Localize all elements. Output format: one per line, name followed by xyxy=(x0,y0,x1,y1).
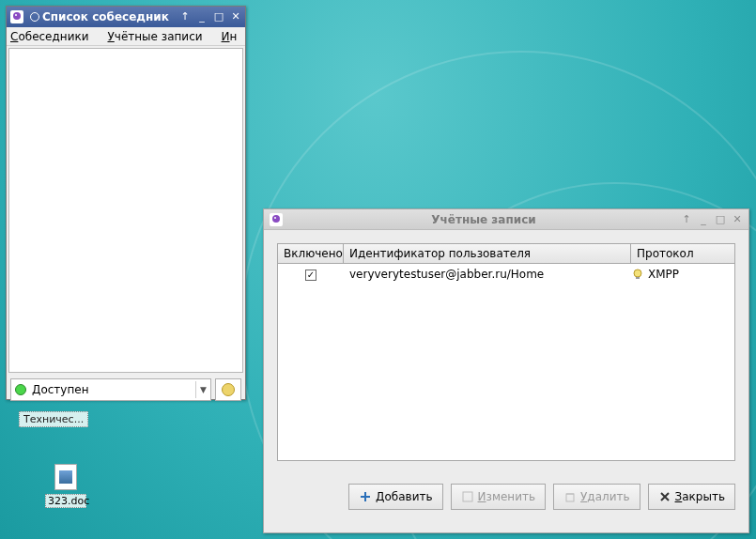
close-dialog-button[interactable]: Закрыть xyxy=(648,484,735,510)
svg-rect-7 xyxy=(566,494,574,501)
accounts-titlebar[interactable]: Учётные записи ↑ _ □ ✕ xyxy=(264,209,748,230)
buddy-menubar: Собеседники Учётные записи Ино xyxy=(7,27,245,46)
accounts-table: Включено Идентификатор пользователя Прот… xyxy=(277,243,735,461)
window-menu-icon[interactable] xyxy=(30,12,39,22)
minimize-button[interactable]: _ xyxy=(196,11,208,23)
file-name: 323.doc xyxy=(45,494,86,508)
edit-icon xyxy=(461,490,474,503)
chevron-down-icon: ▼ xyxy=(200,385,207,394)
pidgin-icon xyxy=(10,10,23,23)
menu-tools[interactable]: Ино xyxy=(222,30,245,43)
col-enabled[interactable]: Включено xyxy=(278,244,344,263)
accounts-title: Учётные записи xyxy=(286,213,681,226)
svg-rect-5 xyxy=(636,277,640,279)
accounts-window: Учётные записи ↑ _ □ ✕ Включено Идентифи… xyxy=(263,208,749,533)
status-bar: Доступен ▼ xyxy=(7,375,245,405)
shade-button[interactable]: ↑ xyxy=(179,11,191,23)
close-button[interactable]: ✕ xyxy=(732,214,743,225)
pidgin-icon xyxy=(270,213,283,226)
close-icon xyxy=(658,490,671,503)
desktop-label[interactable]: Техничес... xyxy=(19,411,88,427)
delete-button: Удалить xyxy=(553,484,640,510)
cell-userid: veryverytestuser@jabber.ru/Home xyxy=(344,268,631,281)
enabled-checkbox[interactable]: ✓ xyxy=(305,270,316,281)
buddy-list-area[interactable] xyxy=(8,48,243,373)
document-icon xyxy=(54,464,77,490)
svg-point-3 xyxy=(274,217,276,219)
desktop-file[interactable]: 323.doc xyxy=(45,464,86,508)
cell-protocol: XMPP xyxy=(648,268,679,281)
mood-button[interactable] xyxy=(215,378,241,401)
menu-accounts[interactable]: Учётные записи xyxy=(107,30,211,43)
status-label: Доступен xyxy=(32,383,88,396)
menu-contacts[interactable]: Собеседники xyxy=(10,30,98,43)
table-row[interactable]: ✓ veryverytestuser@jabber.ru/Home XMPP xyxy=(278,264,734,285)
xmpp-icon xyxy=(631,268,644,281)
minimize-button[interactable]: _ xyxy=(698,214,709,225)
buddy-list-window: Список собеседник ↑ _ □ ✕ Собеседники Уч… xyxy=(6,6,246,400)
close-button[interactable]: ✕ xyxy=(230,11,241,23)
status-available-icon xyxy=(15,384,26,395)
table-header: Включено Идентификатор пользователя Прот… xyxy=(278,244,734,264)
col-protocol[interactable]: Протокол xyxy=(631,244,734,263)
buddy-title: Список собеседник xyxy=(42,10,179,23)
plus-icon xyxy=(359,490,372,503)
add-button[interactable]: Добавить xyxy=(348,484,442,510)
maximize-button[interactable]: □ xyxy=(715,214,726,225)
accounts-button-bar: Добавить Изменить Удалить Закрыть xyxy=(264,474,748,510)
shade-button[interactable]: ↑ xyxy=(681,214,692,225)
trash-icon xyxy=(563,490,577,503)
buddy-titlebar[interactable]: Список собеседник ↑ _ □ ✕ xyxy=(7,7,245,27)
svg-point-1 xyxy=(15,14,17,16)
svg-point-0 xyxy=(13,12,21,20)
col-userid[interactable]: Идентификатор пользователя xyxy=(344,244,631,263)
svg-point-4 xyxy=(634,270,641,277)
modify-button: Изменить xyxy=(451,484,547,510)
svg-point-2 xyxy=(272,215,280,223)
status-selector[interactable]: Доступен ▼ xyxy=(10,378,211,401)
person-icon xyxy=(222,383,235,396)
svg-rect-6 xyxy=(463,492,472,501)
maximize-button[interactable]: □ xyxy=(213,11,224,23)
